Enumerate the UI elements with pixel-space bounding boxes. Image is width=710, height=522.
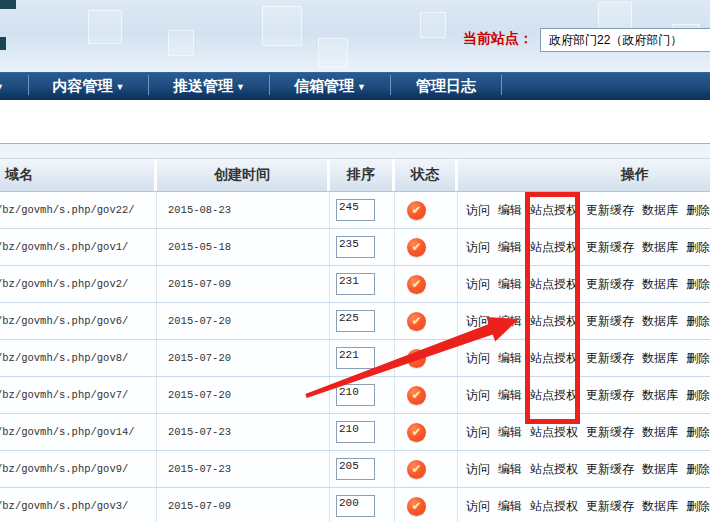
status-enabled-check-icon[interactable]: ✔	[407, 386, 426, 405]
header-sort: 排序	[330, 159, 395, 191]
action-link-refresh-cache[interactable]: 更新缓存	[586, 202, 634, 219]
action-link-delete[interactable]: 删除	[686, 313, 710, 330]
action-link-edit[interactable]: 编辑	[498, 498, 522, 515]
sort-input[interactable]	[336, 236, 375, 258]
status-enabled-check-icon[interactable]: ✔	[407, 275, 426, 294]
nav-item-mailbox-mgmt[interactable]: 信箱管理▼	[270, 73, 390, 101]
created-cell: 2015-07-20	[157, 340, 330, 376]
status-enabled-check-icon[interactable]: ✔	[407, 312, 426, 331]
domain-cell: /bz/govmh/s.php/gov22/	[0, 192, 157, 228]
created-cell: 2015-08-23	[157, 192, 330, 228]
table-row: /bz/govmh/s.php/gov3/ 2015-07-09 ✔ 访问编辑站…	[0, 488, 710, 522]
sort-input[interactable]	[336, 347, 375, 369]
actions-cell: 访问编辑站点授权更新缓存数据库删除	[458, 192, 710, 228]
sort-input[interactable]	[336, 310, 375, 332]
action-link-visit[interactable]: 访问	[466, 387, 490, 404]
action-link-visit[interactable]: 访问	[466, 461, 490, 478]
status-enabled-check-icon[interactable]: ✔	[407, 460, 426, 479]
action-link-site-auth[interactable]: 站点授权	[530, 239, 578, 256]
domain-cell: /bz/govmh/s.php/gov9/	[0, 451, 157, 487]
action-link-database[interactable]: 数据库	[642, 202, 678, 219]
status-cell: ✔	[395, 488, 458, 522]
action-link-delete[interactable]: 删除	[686, 498, 710, 515]
domain-cell: /bz/govmh/s.php/gov8/	[0, 340, 157, 376]
banner-decoration	[262, 6, 302, 46]
sites-table: 域名 创建时间 排序 状态 操作 /bz/govmh/s.php/gov22/ …	[0, 158, 710, 522]
status-enabled-check-icon[interactable]: ✔	[407, 238, 426, 257]
action-link-delete[interactable]: 删除	[686, 239, 710, 256]
domain-cell: /bz/govmh/s.php/gov2/	[0, 266, 157, 302]
actions-cell: 访问编辑站点授权更新缓存数据库删除	[458, 266, 710, 302]
action-link-refresh-cache[interactable]: 更新缓存	[586, 350, 634, 367]
action-link-refresh-cache[interactable]: 更新缓存	[586, 498, 634, 515]
nav-item-label: 管理日志	[416, 77, 476, 96]
nav-item-admin-log[interactable]: 管理日志	[391, 73, 501, 101]
action-link-delete[interactable]: 删除	[686, 202, 710, 219]
action-link-visit[interactable]: 访问	[466, 239, 490, 256]
action-link-site-auth[interactable]: 站点授权	[530, 313, 578, 330]
action-link-edit[interactable]: 编辑	[498, 239, 522, 256]
action-link-delete[interactable]: 删除	[686, 461, 710, 478]
action-link-site-auth[interactable]: 站点授权	[530, 461, 578, 478]
action-link-refresh-cache[interactable]: 更新缓存	[586, 424, 634, 441]
actions-cell: 访问编辑站点授权更新缓存数据库删除	[458, 451, 710, 487]
action-link-database[interactable]: 数据库	[642, 239, 678, 256]
action-link-database[interactable]: 数据库	[642, 498, 678, 515]
nav-item-push-mgmt[interactable]: 推送管理▼	[149, 73, 269, 101]
action-link-site-auth[interactable]: 站点授权	[530, 387, 578, 404]
action-link-edit[interactable]: 编辑	[498, 202, 522, 219]
action-link-delete[interactable]: 删除	[686, 424, 710, 441]
nav-item-content-mgmt[interactable]: 内容管理▼	[29, 73, 148, 101]
action-link-edit[interactable]: 编辑	[498, 276, 522, 293]
action-link-delete[interactable]: 删除	[686, 387, 710, 404]
status-enabled-check-icon[interactable]: ✔	[407, 423, 426, 442]
action-link-edit[interactable]: 编辑	[498, 461, 522, 478]
status-enabled-check-icon[interactable]: ✔	[407, 349, 426, 368]
action-link-visit[interactable]: 访问	[466, 313, 490, 330]
created-cell: 2015-07-23	[157, 451, 330, 487]
chevron-down-icon: ▼	[357, 82, 366, 92]
action-link-refresh-cache[interactable]: 更新缓存	[586, 313, 634, 330]
status-enabled-check-icon[interactable]: ✔	[407, 201, 426, 220]
sort-input[interactable]	[336, 495, 375, 517]
action-link-database[interactable]: 数据库	[642, 387, 678, 404]
sort-input[interactable]	[336, 273, 375, 295]
action-link-visit[interactable]: 访问	[466, 202, 490, 219]
action-link-database[interactable]: 数据库	[642, 461, 678, 478]
action-link-visit[interactable]: 访问	[466, 424, 490, 441]
action-link-delete[interactable]: 删除	[686, 350, 710, 367]
action-link-refresh-cache[interactable]: 更新缓存	[586, 276, 634, 293]
nav-item-label: 推送管理	[173, 77, 233, 96]
action-link-edit[interactable]: 编辑	[498, 350, 522, 367]
action-link-visit[interactable]: 访问	[466, 350, 490, 367]
site-select[interactable]: 政府部门22（政府部门）	[540, 28, 710, 52]
action-link-delete[interactable]: 删除	[686, 276, 710, 293]
action-link-visit[interactable]: 访问	[466, 498, 490, 515]
action-link-site-auth[interactable]: 站点授权	[530, 276, 578, 293]
action-link-site-auth[interactable]: 站点授权	[530, 498, 578, 515]
sort-input[interactable]	[336, 458, 375, 480]
action-link-site-auth[interactable]: 站点授权	[530, 350, 578, 367]
action-link-visit[interactable]: 访问	[466, 276, 490, 293]
action-link-edit[interactable]: 编辑	[498, 424, 522, 441]
actions-cell: 访问编辑站点授权更新缓存数据库删除	[458, 340, 710, 376]
action-link-edit[interactable]: 编辑	[498, 387, 522, 404]
action-link-site-auth[interactable]: 站点授权	[530, 424, 578, 441]
action-link-database[interactable]: 数据库	[642, 313, 678, 330]
main-nav: ▼ 内容管理▼推送管理▼信箱管理▼管理日志	[0, 72, 710, 100]
action-link-database[interactable]: 数据库	[642, 276, 678, 293]
action-link-refresh-cache[interactable]: 更新缓存	[586, 387, 634, 404]
sort-input[interactable]	[336, 421, 375, 443]
action-link-refresh-cache[interactable]: 更新缓存	[586, 239, 634, 256]
action-link-edit[interactable]: 编辑	[498, 313, 522, 330]
nav-partial-item[interactable]: ▼	[0, 73, 28, 101]
status-enabled-check-icon[interactable]: ✔	[407, 497, 426, 516]
chevron-down-icon: ▼	[0, 82, 4, 92]
sort-input[interactable]	[336, 199, 375, 221]
action-link-refresh-cache[interactable]: 更新缓存	[586, 461, 634, 478]
sort-input[interactable]	[336, 384, 375, 406]
action-link-database[interactable]: 数据库	[642, 424, 678, 441]
chevron-down-icon: ▼	[236, 82, 245, 92]
action-link-database[interactable]: 数据库	[642, 350, 678, 367]
action-link-site-auth[interactable]: 站点授权	[530, 202, 578, 219]
